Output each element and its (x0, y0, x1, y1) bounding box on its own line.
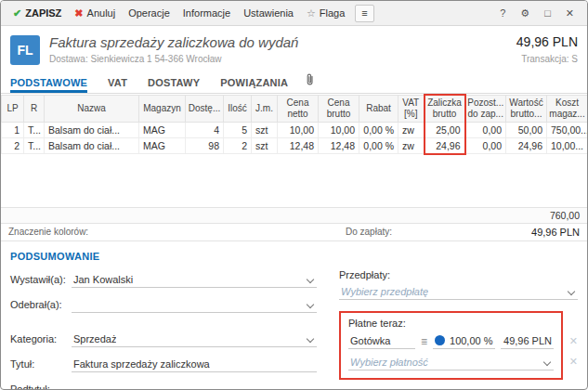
tab-powiązania[interactable]: POWIĄZANIA (220, 77, 288, 93)
flag-label: Flaga (320, 7, 346, 19)
cancel-button[interactable]: ✖ Anuluj (68, 1, 122, 25)
cell: 750,00... (547, 122, 588, 137)
column-header[interactable]: Pozost... do zap... (465, 95, 506, 122)
cell: 24,96 (506, 137, 547, 154)
cell: 2 (2, 137, 24, 154)
cell: 1 (2, 122, 24, 137)
page-title: Faktura sprzedaży zaliczkowa do wydań (49, 34, 507, 50)
received-by-field[interactable] (72, 298, 317, 313)
cell: 12,48 (319, 137, 359, 154)
table-empty-area (1, 155, 587, 208)
transaction-type: Transakcja: S (516, 54, 578, 64)
summary-left-column: Wystawił(a):Jan KowalskiOdebrał(a):Kateg… (10, 269, 317, 390)
cell: 4 (186, 122, 224, 137)
remove-payment-icon[interactable]: ✕ (569, 336, 578, 346)
percent-toggle-icon[interactable] (435, 335, 445, 345)
attachments-tab[interactable] (305, 72, 315, 93)
save-button[interactable]: ✔ ZAPISZ (7, 1, 68, 25)
tab-podstawowe[interactable]: PODSTAWOWE (10, 77, 87, 93)
toolbar: ✔ ZAPISZ ✖ Anuluj Operacje Informacje Us… (1, 1, 587, 26)
payment-amount-field[interactable]: 49,96 PLN (501, 335, 555, 349)
column-header[interactable]: Koszt magaz... (547, 95, 588, 122)
column-header[interactable]: R (24, 95, 45, 122)
menu-ustawienia[interactable]: Ustawienia (237, 1, 300, 25)
column-header[interactable]: Wartość brutto... (506, 95, 547, 122)
menu-informacje[interactable]: Informacje (176, 1, 237, 25)
table-row[interactable]: 2T...Balsam do ciał...MAG982szt12,4812,4… (2, 137, 588, 154)
prepayments-label: Przedpłaty: (339, 269, 578, 280)
column-header[interactable]: Zaliczka brutto (425, 95, 465, 122)
chevron-down-icon (307, 275, 314, 282)
category-value: Sprzedaż (73, 333, 116, 344)
help-icon: ? (500, 8, 505, 19)
items-table: LPRNazwaMagazynDostę...IlośćJ.m.Cena net… (1, 94, 588, 155)
cell: 2 (224, 137, 252, 154)
tab-vat[interactable]: VAT (108, 77, 127, 93)
table-total-value: 760,00 (550, 210, 580, 221)
cell: T... (24, 137, 45, 154)
payable-now-section: Płatne teraz: Gotówka ≡ 100,00 % 49,96 P… (339, 311, 578, 380)
cell: 10,00... (547, 137, 588, 154)
payment-select-placeholder: Wybierz płatność (350, 357, 428, 368)
subtitle-field[interactable] (72, 383, 317, 390)
table-row[interactable]: 1T...Balsam do ciał...MAG45szt10,0010,00… (2, 122, 588, 137)
payment-select-dropdown[interactable]: Wybierz płatność (348, 356, 554, 370)
menu-operacje[interactable]: Operacje (122, 1, 176, 25)
maximize-button[interactable]: □ (537, 8, 558, 19)
payment-row: Gotówka ≡ 100,00 % 49,96 PLN (348, 335, 554, 349)
cell: 0,00 (465, 122, 506, 137)
window-controls: ? ⚙ □ ✕ (492, 8, 581, 19)
check-icon: ✔ (13, 8, 21, 19)
document-type-badge: FL (10, 35, 40, 65)
tab-dostawy[interactable]: DOSTAWY (148, 77, 200, 93)
menu-operacje-label: Operacje (128, 7, 170, 19)
tab-bar: PODSTAWOWEVATDOSTAWYPOWIĄZANIA (1, 71, 587, 94)
tabs: PODSTAWOWEVATDOSTAWYPOWIĄZANIA (10, 77, 288, 93)
column-header[interactable]: Cena brutto (319, 95, 359, 122)
delivery-address: Dostawa: Sienkiewicza 1 54-366 Wrocław (49, 54, 507, 64)
column-header[interactable]: Dostę... (186, 95, 224, 122)
star-icon: ☆ (307, 8, 316, 19)
title-field[interactable]: Faktura sprzedaży zaliczkowa (72, 358, 317, 372)
category-field[interactable]: Sprzedaż (72, 332, 317, 347)
cell: zw (399, 137, 425, 154)
cell: 10,00 (319, 122, 359, 137)
table-total-row: 760,00 (1, 208, 587, 224)
cell: MAG (139, 137, 186, 154)
received-by-row: Odebrał(a): (10, 294, 317, 313)
column-header[interactable]: Rabat (359, 95, 399, 122)
issued-by-label: Wystawił(a): (10, 274, 72, 288)
cell: T... (24, 122, 45, 137)
x-icon: ✖ (74, 8, 83, 19)
menu-informacje-label: Informacje (183, 7, 230, 19)
category-row: Kategoria:Sprzedaż (10, 329, 317, 347)
chevron-down-icon (307, 300, 314, 307)
color-legend-label: Znaczenie kolorów: (8, 227, 88, 237)
drag-handle-icon[interactable]: ≡ (421, 335, 427, 349)
more-menu-button[interactable]: ≡ (355, 5, 373, 22)
title-label: Tytuł: (10, 358, 72, 372)
issued-by-field[interactable]: Jan Kowalski (72, 273, 317, 288)
payment-method-field[interactable]: Gotówka (348, 335, 415, 349)
cell: 0,00 % (359, 122, 399, 137)
column-header[interactable]: VAT [%] (399, 95, 425, 122)
column-header[interactable]: Ilość (224, 95, 252, 122)
received-by-label: Odebrał(a): (10, 299, 72, 313)
title-value: Faktura sprzedaży zaliczkowa (73, 358, 210, 370)
cell: 24,96 (425, 137, 465, 154)
payment-percent-field[interactable]: 100,00 % (433, 335, 494, 349)
close-button[interactable]: ✕ (558, 8, 581, 19)
column-header[interactable]: Nazwa (45, 95, 139, 122)
column-header[interactable]: J.m. (252, 95, 278, 122)
column-header[interactable]: LP (2, 95, 24, 122)
column-header[interactable]: Magazyn (139, 95, 186, 122)
chevron-down-icon (568, 287, 575, 294)
chevron-down-icon (543, 358, 551, 365)
flag-button[interactable]: ☆ Flaga (300, 1, 351, 25)
prepayments-dropdown[interactable]: Wybierz przedpłatę (339, 285, 578, 300)
column-header[interactable]: Cena netto (278, 95, 319, 122)
clear-payment-select-icon[interactable]: ✕ (569, 357, 578, 367)
cell: 5 (224, 122, 252, 137)
settings-gear-button[interactable]: ⚙ (513, 8, 537, 19)
help-button[interactable]: ? (492, 8, 513, 19)
